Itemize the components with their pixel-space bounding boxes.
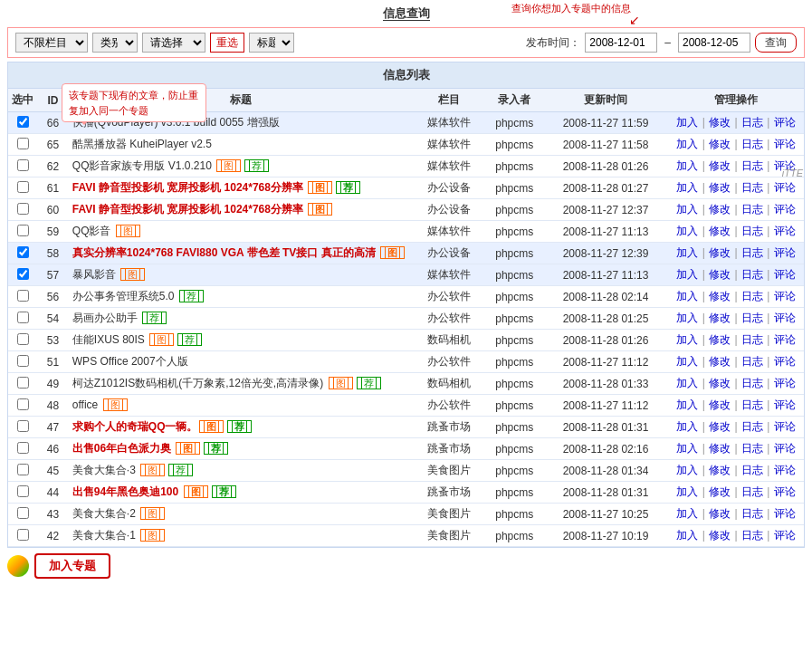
log-link[interactable]: 日志 — [741, 420, 763, 433]
row-title[interactable]: 佳能IXUS 80IS 图荐 — [69, 330, 413, 351]
edit-link[interactable]: 修改 — [709, 355, 731, 368]
log-link[interactable]: 日志 — [741, 268, 763, 281]
row-checkbox[interactable] — [17, 181, 29, 193]
log-link[interactable]: 日志 — [741, 355, 763, 368]
comment-link[interactable]: 评论 — [774, 203, 796, 216]
custom-select[interactable]: 请选择 — [142, 33, 205, 53]
add-link[interactable]: 加入 — [676, 377, 698, 389]
comment-link[interactable]: 评论 — [774, 138, 796, 150]
row-checkbox[interactable] — [17, 398, 29, 410]
add-link[interactable]: 加入 — [676, 138, 698, 150]
comment-link[interactable]: 评论 — [774, 290, 796, 302]
add-link[interactable]: 加入 — [676, 507, 698, 520]
edit-link[interactable]: 修改 — [709, 203, 731, 216]
comment-link[interactable]: 评论 — [774, 464, 796, 476]
add-link[interactable]: 加入 — [676, 246, 698, 259]
log-link[interactable]: 日志 — [741, 507, 763, 520]
row-title[interactable]: 易画办公助手 荐 — [69, 308, 413, 330]
edit-link[interactable]: 修改 — [709, 159, 731, 172]
add-link[interactable]: 加入 — [676, 355, 698, 368]
row-checkbox[interactable] — [17, 442, 29, 454]
log-link[interactable]: 日志 — [741, 116, 763, 129]
comment-link[interactable]: 评论 — [774, 312, 796, 324]
edit-link[interactable]: 修改 — [709, 225, 731, 237]
add-link[interactable]: 加入 — [676, 290, 698, 302]
row-title[interactable]: 办公事务管理系统5.0 荐 — [69, 286, 413, 308]
edit-link[interactable]: 修改 — [709, 420, 731, 433]
log-link[interactable]: 日志 — [741, 225, 763, 237]
row-checkbox[interactable] — [17, 420, 29, 432]
date-from-input[interactable] — [585, 33, 657, 53]
row-title[interactable]: 美食大集合·2 图 — [69, 504, 413, 525]
comment-link[interactable]: 评论 — [774, 246, 796, 259]
add-link[interactable]: 加入 — [676, 181, 698, 194]
log-link[interactable]: 日志 — [741, 181, 763, 194]
row-checkbox[interactable] — [17, 290, 29, 302]
row-title[interactable]: 求购个人的奇瑞QQ一辆。图荐 — [69, 417, 413, 438]
log-link[interactable]: 日志 — [741, 159, 763, 172]
row-checkbox[interactable] — [17, 333, 29, 345]
log-link[interactable]: 日志 — [741, 312, 763, 324]
log-link[interactable]: 日志 — [741, 529, 763, 542]
log-link[interactable]: 日志 — [741, 290, 763, 302]
row-checkbox[interactable] — [17, 138, 29, 149]
edit-link[interactable]: 修改 — [709, 442, 731, 455]
edit-link[interactable]: 修改 — [709, 268, 731, 281]
comment-link[interactable]: 评论 — [774, 507, 796, 520]
edit-link[interactable]: 修改 — [709, 507, 731, 520]
edit-link[interactable]: 修改 — [709, 333, 731, 346]
edit-link[interactable]: 修改 — [709, 529, 731, 542]
row-checkbox[interactable] — [17, 464, 29, 475]
comment-link[interactable]: 评论 — [774, 485, 796, 498]
query-button[interactable]: 查询 — [755, 33, 797, 53]
row-checkbox[interactable] — [17, 203, 29, 215]
log-link[interactable]: 日志 — [741, 442, 763, 455]
row-title[interactable]: 柯达Z1012IS数码相机(千万象素,12倍光变,高清录像) 图荐 — [69, 373, 413, 395]
add-link[interactable]: 加入 — [676, 420, 698, 433]
log-link[interactable]: 日志 — [741, 377, 763, 389]
row-checkbox[interactable] — [17, 159, 29, 171]
comment-link[interactable]: 评论 — [774, 377, 796, 389]
add-link[interactable]: 加入 — [676, 203, 698, 216]
reset-button[interactable]: 重选 — [210, 33, 244, 53]
row-checkbox[interactable] — [17, 529, 29, 541]
log-link[interactable]: 日志 — [741, 398, 763, 411]
row-title[interactable]: office 图 — [69, 395, 413, 417]
log-link[interactable]: 日志 — [741, 203, 763, 216]
comment-link[interactable]: 评论 — [774, 420, 796, 433]
row-title[interactable]: FAVI 静音型投影机 宽屏投影机 1024*768分辨率 图 — [69, 199, 413, 221]
row-title[interactable]: 暴风影音 图 — [69, 264, 413, 286]
row-checkbox[interactable] — [17, 312, 29, 323]
row-checkbox[interactable] — [17, 225, 29, 236]
type-select[interactable]: 类别 — [92, 33, 138, 53]
add-link[interactable]: 加入 — [676, 159, 698, 172]
log-link[interactable]: 日志 — [741, 464, 763, 476]
row-title[interactable]: QQ影音 图 — [69, 221, 413, 243]
row-title[interactable]: 真实分辨率1024*768 FAVI880 VGA 带色差 TV接口 真正的高清… — [69, 243, 413, 264]
log-link[interactable]: 日志 — [741, 138, 763, 150]
add-link[interactable]: 加入 — [676, 485, 698, 498]
comment-link[interactable]: 评论 — [774, 442, 796, 455]
row-title[interactable]: FAVI 静音型投影机 宽屏投影机 1024*768分辨率 图荐 — [69, 177, 413, 199]
add-link[interactable]: 加入 — [676, 529, 698, 542]
add-link[interactable]: 加入 — [676, 398, 698, 411]
row-title[interactable]: 出售06年白色派力奥 图荐 — [69, 438, 413, 460]
row-checkbox[interactable] — [17, 507, 29, 519]
edit-link[interactable]: 修改 — [709, 398, 731, 411]
row-title[interactable]: 出售94年黑色奥迪100 图荐 — [69, 482, 413, 504]
add-link[interactable]: 加入 — [676, 116, 698, 129]
add-link[interactable]: 加入 — [676, 225, 698, 237]
row-checkbox[interactable] — [17, 377, 29, 389]
row-checkbox[interactable] — [17, 246, 29, 258]
row-checkbox[interactable] — [17, 268, 29, 280]
log-link[interactable]: 日志 — [741, 485, 763, 498]
log-link[interactable]: 日志 — [741, 246, 763, 259]
comment-link[interactable]: 评论 — [774, 333, 796, 346]
edit-link[interactable]: 修改 — [709, 312, 731, 324]
edit-link[interactable]: 修改 — [709, 138, 731, 150]
edit-link[interactable]: 修改 — [709, 246, 731, 259]
add-topic-button[interactable]: 加入专题 — [34, 553, 110, 579]
edit-link[interactable]: 修改 — [709, 181, 731, 194]
info-query-link[interactable]: 信息查询 — [383, 6, 430, 21]
add-link[interactable]: 加入 — [676, 442, 698, 455]
